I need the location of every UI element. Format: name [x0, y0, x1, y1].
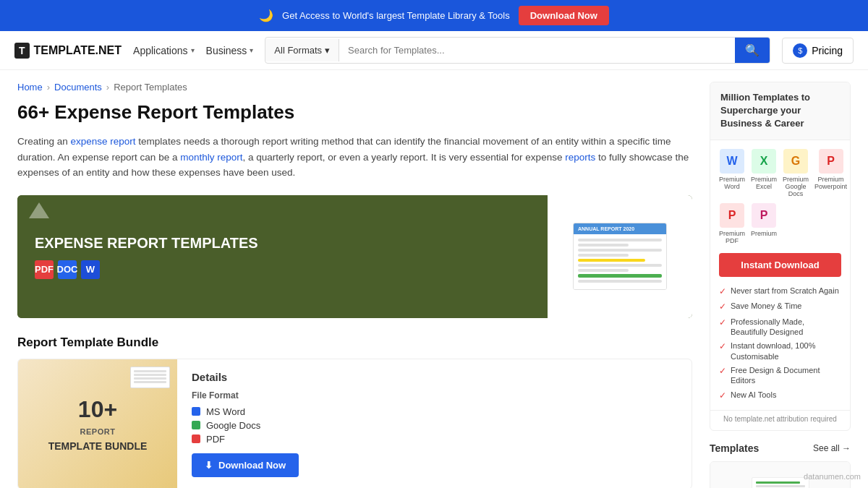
- breadcrumb-documents[interactable]: Documents: [54, 82, 102, 93]
- doc-line: [578, 280, 662, 283]
- hero-word-icon: W: [81, 260, 100, 279]
- prem-excel-label: Premium Excel: [751, 176, 777, 190]
- bundle-doc-preview: [130, 367, 170, 388]
- breadcrumb-separator: ›: [47, 82, 50, 93]
- nav-business[interactable]: Business ▾: [206, 45, 254, 56]
- hero-pdf-icon: PDF: [35, 260, 54, 279]
- pricing-label: Pricing: [812, 45, 843, 56]
- check-icon: ✓: [719, 301, 726, 313]
- hero-title: EXPENSE REPORT TEMPLATES: [35, 234, 530, 252]
- bundle-doc-line: [134, 370, 166, 372]
- hero-doc-icon: DOC: [58, 260, 77, 279]
- details-title: Details: [192, 371, 677, 383]
- search-button[interactable]: 🔍: [735, 38, 770, 63]
- pricing-button[interactable]: $ Pricing: [782, 38, 854, 64]
- hero-triangle-bottom: [581, 296, 598, 311]
- check-label-0: Never start from Scratch Again: [731, 286, 839, 296]
- doc-line: [578, 249, 662, 252]
- bundle-name: TEMPLATE BUNDLE: [48, 440, 148, 452]
- logo-text: TEMPLATE.NET: [34, 44, 122, 57]
- bundle-download-label: Download Now: [218, 460, 286, 471]
- templates-section-title: Templates: [710, 442, 759, 454]
- prem-gdocs[interactable]: G Premium Google Docs: [783, 149, 809, 197]
- check-label-1: Save Money & Time: [731, 301, 801, 311]
- see-all-button[interactable]: See all →: [813, 443, 851, 453]
- format-label-gdocs: Google Docs: [206, 420, 260, 431]
- templates-section-header: Templates See all →: [710, 442, 851, 454]
- no-attribution-notice: No template.net attribution required: [710, 410, 850, 430]
- doc-line: [578, 244, 629, 247]
- check-list: ✓ Never start from Scratch Again ✓ Save …: [710, 286, 850, 411]
- logo-box: T: [14, 43, 30, 59]
- word-icon: [192, 407, 200, 416]
- check-item-3: ✓ Instant download, 100% Customisable: [719, 341, 841, 361]
- ppt2-app-icon: P: [752, 203, 776, 228]
- prem-ppt[interactable]: P Premium Powerpoint: [814, 149, 847, 197]
- gdocs-app-icon: G: [783, 149, 808, 174]
- check-icon: ✓: [719, 366, 726, 377]
- breadcrumb: Home › Documents › Report Templates: [17, 82, 692, 93]
- prem-pdf[interactable]: P Premium PDF: [719, 203, 745, 244]
- doc-line: [578, 259, 645, 262]
- format-select-label: All Formats: [274, 45, 322, 56]
- banner-icon: 🌙: [259, 9, 273, 22]
- prem-excel[interactable]: X Premium Excel: [751, 149, 777, 197]
- logo[interactable]: T TEMPLATE.NET: [14, 43, 122, 59]
- prem-word-label: Premium Word: [719, 176, 745, 190]
- premium-icons-grid: W Premium Word X Premium Excel G Premium…: [710, 140, 850, 253]
- check-item-2: ✓ Professionally Made, Beautifully Desig…: [719, 317, 841, 338]
- bundle-details: Details File Format MS Word Google Docs: [177, 359, 692, 488]
- watermark: datanumen.com: [804, 472, 861, 481]
- breadcrumb-home[interactable]: Home: [17, 82, 43, 93]
- prem-word[interactable]: W Premium Word: [719, 149, 745, 197]
- bundle-doc-line: [134, 374, 166, 376]
- premium-card: Million Templates to Supercharge your Bu…: [710, 82, 851, 431]
- pdf-icon: [192, 435, 200, 443]
- search-icon: 🔍: [745, 44, 760, 56]
- search-bar: All Formats ▾ 🔍: [265, 37, 770, 64]
- format-select[interactable]: All Formats ▾: [265, 39, 339, 61]
- doc-line: [578, 274, 662, 278]
- link-expense-report[interactable]: expense report: [71, 136, 136, 147]
- excel-app-icon: X: [752, 149, 776, 174]
- check-label-5: New AI Tools: [731, 390, 776, 400]
- gdocs-icon: [192, 421, 200, 429]
- hero-image: EXPENSE REPORT TEMPLATES PDF DOC W ANNUA…: [17, 195, 692, 318]
- check-item-4: ✓ Free Design & Document Editors: [719, 365, 841, 386]
- check-item-0: ✓ Never start from Scratch Again: [719, 286, 841, 298]
- prem-ppt2[interactable]: P Premium: [751, 203, 777, 244]
- check-label-3: Instant download, 100% Customisable: [731, 341, 841, 361]
- prem-pdf-label: Premium PDF: [719, 230, 745, 244]
- link-reports[interactable]: reports: [565, 152, 595, 163]
- prem-gdocs-label: Premium Google Docs: [783, 176, 809, 197]
- tpl-line: [756, 481, 800, 484]
- hero-icons: PDF DOC W: [35, 260, 530, 279]
- chevron-down-icon: ▾: [191, 46, 195, 54]
- prem-ppt-label: Premium Powerpoint: [814, 176, 847, 190]
- format-items: MS Word Google Docs PDF: [192, 406, 677, 445]
- nav-applications[interactable]: Applications ▾: [133, 45, 195, 56]
- check-icon: ✓: [719, 317, 726, 329]
- nav-applications-label: Applications: [133, 45, 188, 56]
- check-label-2: Professionally Made, Beautifully Designe…: [731, 317, 841, 338]
- check-icon: ✓: [719, 286, 726, 298]
- template-thumb-inner-0: [752, 477, 809, 488]
- breadcrumb-separator: ›: [106, 82, 109, 93]
- pricing-icon: $: [793, 43, 807, 58]
- link-monthly-report[interactable]: monthly report: [180, 152, 242, 163]
- nav-business-label: Business: [206, 45, 247, 56]
- hero-doc-header: ANNUAL REPORT 2020: [574, 223, 666, 234]
- banner-download-button[interactable]: Download Now: [519, 6, 609, 25]
- hero-doc-preview: ANNUAL REPORT 2020: [573, 223, 667, 290]
- bundle-doc-line: [134, 381, 166, 383]
- prem-ppt2-label: Premium: [751, 230, 777, 237]
- premium-header: Million Templates to Supercharge your Bu…: [710, 82, 850, 140]
- check-icon: ✓: [719, 390, 726, 402]
- doc-line: [578, 239, 662, 241]
- word-app-icon: W: [720, 149, 744, 174]
- main-content: Home › Documents › Report Templates 66+ …: [0, 70, 868, 488]
- doc-line: [578, 254, 629, 257]
- search-input[interactable]: [339, 39, 735, 61]
- bundle-download-button[interactable]: ⬇ Download Now: [192, 453, 299, 477]
- instant-download-button[interactable]: Instant Download: [719, 253, 841, 277]
